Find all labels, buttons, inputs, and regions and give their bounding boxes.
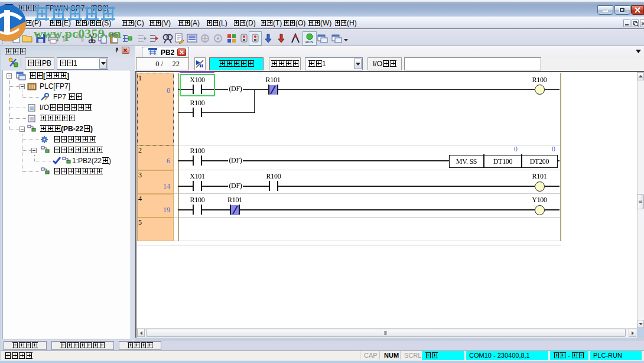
svg-text:RUN: RUN	[305, 40, 313, 44]
